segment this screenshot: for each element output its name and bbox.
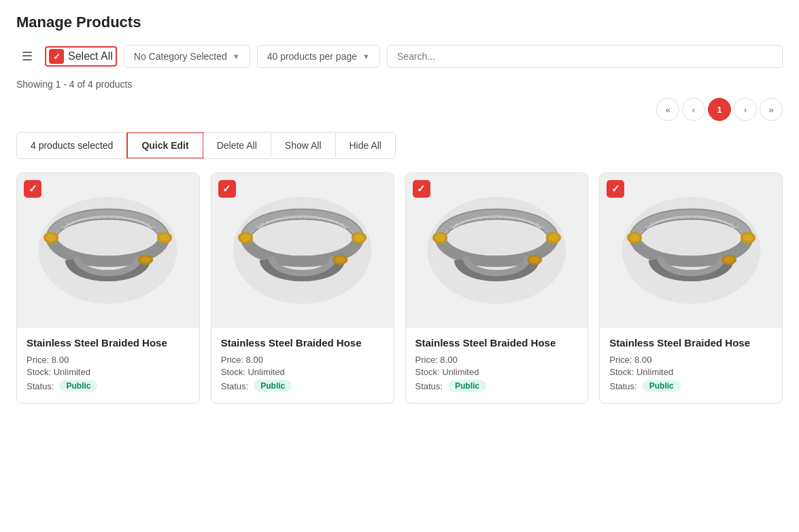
product-info-2: Stainless Steel Braided Hose Price: 8.00…	[406, 328, 588, 404]
svg-point-25	[743, 234, 753, 242]
selected-count: 4 products selected	[17, 133, 127, 158]
quick-edit-button[interactable]: Quick Edit	[126, 132, 203, 159]
product-checkbox-2[interactable]	[413, 180, 430, 198]
status-label-1: Status:	[221, 381, 248, 391]
select-all-checkbox[interactable]	[49, 49, 64, 64]
status-label-3: Status:	[609, 381, 636, 391]
show-all-button[interactable]: Show All	[271, 133, 336, 158]
per-page-dropdown[interactable]: 40 products per page ▼	[257, 45, 380, 68]
svg-point-6	[141, 257, 151, 263]
product-stock-2: Stock: Unlimited	[415, 367, 579, 377]
pagination: « ‹ 1 › »	[16, 98, 783, 121]
status-label-0: Status:	[27, 381, 54, 391]
product-price-1: Price: 8.00	[221, 355, 384, 365]
product-card: Stainless Steel Braided Hose Price: 8.00…	[211, 173, 394, 404]
product-card: Stainless Steel Braided Hose Price: 8.00…	[405, 173, 589, 404]
product-image-wrapper	[17, 173, 199, 328]
select-all-label: Select All	[68, 50, 113, 63]
product-checkbox-1[interactable]	[218, 180, 236, 198]
showing-text: Showing 1 - 4 of 4 products	[16, 79, 783, 90]
product-stock-1: Stock: Unlimited	[221, 367, 384, 377]
svg-point-18	[548, 234, 558, 242]
product-status-row-1: Status: Public	[221, 380, 384, 392]
bulk-action-bar: 4 products selected Quick Edit Delete Al…	[16, 132, 396, 159]
product-name-2: Stainless Steel Braided Hose	[415, 336, 579, 350]
svg-point-11	[354, 234, 364, 242]
svg-point-16	[435, 234, 445, 242]
product-price-0: Price: 8.00	[27, 355, 190, 365]
pagination-first[interactable]: «	[656, 98, 679, 121]
product-price-2: Price: 8.00	[415, 355, 579, 365]
product-status-row-3: Status: Public	[609, 380, 772, 392]
product-checkbox-3[interactable]	[607, 180, 624, 198]
pagination-current[interactable]: 1	[708, 98, 731, 121]
product-image-wrapper	[406, 173, 588, 328]
search-input[interactable]	[387, 45, 783, 68]
product-image-0	[17, 173, 199, 328]
pagination-last[interactable]: »	[760, 98, 783, 121]
status-badge-2: Public	[448, 380, 486, 392]
category-label: No Category Selected	[134, 51, 227, 62]
svg-point-13	[335, 257, 345, 263]
svg-point-20	[530, 257, 540, 263]
toolbar: ☰ Select All No Category Selected ▼ 40 p…	[16, 45, 783, 68]
per-page-label: 40 products per page	[267, 51, 357, 62]
menu-icon-button[interactable]: ☰	[16, 45, 38, 68]
pagination-next[interactable]: ›	[734, 98, 757, 121]
product-image-2	[406, 173, 588, 328]
pagination-prev[interactable]: ‹	[682, 98, 705, 121]
hide-all-button[interactable]: Hide All	[336, 133, 395, 158]
status-label-2: Status:	[415, 381, 443, 391]
status-badge-0: Public	[59, 380, 97, 392]
product-image-wrapper	[211, 173, 394, 328]
product-info-0: Stainless Steel Braided Hose Price: 8.00…	[17, 328, 199, 404]
category-dropdown[interactable]: No Category Selected ▼	[124, 45, 250, 68]
product-name-3: Stainless Steel Braided Hose	[609, 336, 772, 350]
select-all-container[interactable]: Select All	[45, 46, 117, 67]
product-status-row-2: Status: Public	[415, 380, 579, 392]
product-checkbox-0[interactable]	[24, 180, 41, 198]
page-wrapper: Manage Products ☰ Select All No Category…	[0, 0, 799, 532]
product-image-1	[211, 173, 394, 328]
product-info-1: Stainless Steel Braided Hose Price: 8.00…	[211, 328, 394, 404]
chevron-down-icon: ▼	[233, 52, 240, 60]
delete-all-button[interactable]: Delete All	[203, 133, 271, 158]
menu-icon: ☰	[22, 49, 33, 64]
product-card: Stainless Steel Braided Hose Price: 8.00…	[16, 173, 200, 404]
product-name-1: Stainless Steel Braided Hose	[221, 336, 384, 350]
svg-point-9	[241, 234, 251, 242]
chevron-down-icon: ▼	[362, 52, 370, 60]
svg-point-23	[629, 234, 639, 242]
product-stock-3: Stock: Unlimited	[609, 367, 772, 377]
product-stock-0: Stock: Unlimited	[27, 367, 190, 377]
product-name-0: Stainless Steel Braided Hose	[27, 336, 190, 350]
products-grid: Stainless Steel Braided Hose Price: 8.00…	[16, 173, 783, 404]
status-badge-1: Public	[254, 380, 292, 392]
product-info-3: Stainless Steel Braided Hose Price: 8.00…	[600, 328, 782, 404]
product-price-3: Price: 8.00	[609, 355, 772, 365]
product-image-3	[600, 173, 782, 328]
status-badge-3: Public	[643, 380, 681, 392]
product-card: Stainless Steel Braided Hose Price: 8.00…	[599, 173, 783, 404]
page-title: Manage Products	[16, 14, 783, 31]
svg-point-2	[46, 234, 56, 242]
product-image-wrapper	[600, 173, 782, 328]
product-status-row-0: Status: Public	[27, 380, 190, 392]
svg-point-4	[160, 234, 170, 242]
svg-point-27	[724, 257, 734, 263]
